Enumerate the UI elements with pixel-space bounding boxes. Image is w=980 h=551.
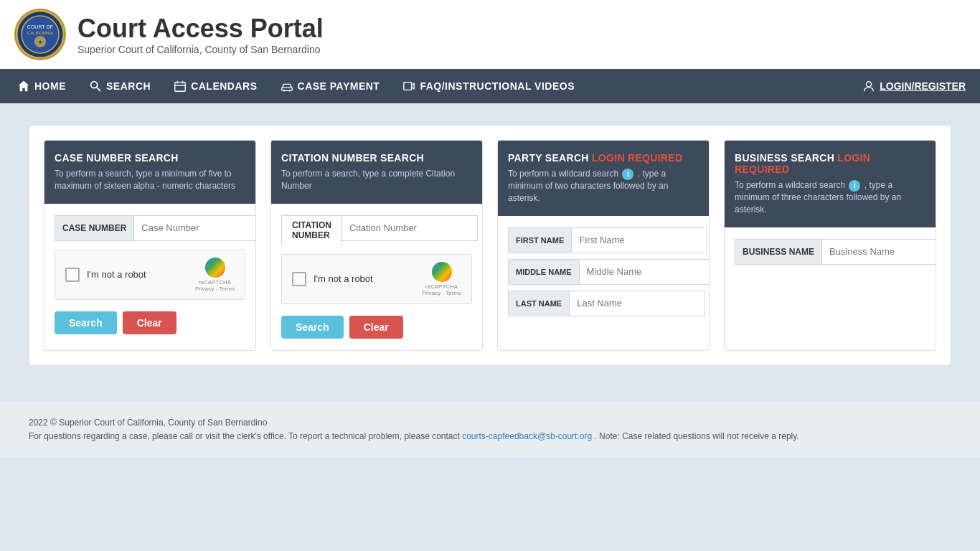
case-number-search-button[interactable]: Search: [55, 311, 117, 334]
svg-point-14: [288, 90, 291, 92]
party-search-panel: PARTY SEARCH LOGIN REQUIRED To perform a…: [497, 140, 710, 351]
last-name-input[interactable]: [570, 291, 705, 316]
app-subtitle: Superior Court of California, County of …: [77, 44, 324, 55]
first-name-row: FIRST NAME: [508, 227, 699, 253]
middle-name-input[interactable]: [580, 259, 710, 285]
party-search-title: PARTY SEARCH LOGIN REQUIRED: [508, 152, 699, 164]
footer-contact: For questions regarding a case, please c…: [29, 430, 951, 443]
svg-rect-8: [175, 83, 185, 92]
calendar-icon: [174, 80, 187, 93]
svg-line-7: [97, 88, 100, 91]
svg-text:COURT OF: COURT OF: [27, 24, 53, 29]
captcha-logo-citation: reCAPTCHA Privacy - Terms: [422, 262, 461, 296]
party-search-body: FIRST NAME MIDDLE NAME LAST NAME: [498, 216, 709, 334]
app-title: Court Access Portal: [77, 14, 324, 44]
business-info-icon: i: [849, 180, 860, 192]
citation-number-body: CITATION NUMBER I'm not a robot reCAPTCH…: [271, 204, 482, 350]
business-name-input[interactable]: [822, 239, 936, 265]
footer-email-link[interactable]: courts-capfeedback@sb-court.org: [462, 431, 592, 441]
last-name-label: LAST NAME: [508, 291, 570, 316]
header: COURT OF CALIFORNIA ★ Court Access Porta…: [0, 0, 980, 69]
search-container: CASE NUMBER SEARCH To perform a search, …: [29, 125, 951, 366]
last-name-row: LAST NAME: [508, 291, 699, 316]
captcha-logo-case: reCAPTCHA Privacy - Terms: [195, 258, 235, 292]
svg-text:CALIFORNIA: CALIFORNIA: [27, 31, 53, 35]
citation-number-description: To perform a search, type a complete Cit…: [281, 168, 472, 192]
citation-tab-row: CITATION NUMBER: [281, 215, 472, 245]
recaptcha-icon: [205, 258, 225, 278]
svg-text:★: ★: [38, 39, 42, 44]
business-name-label: BUSINESS NAME: [735, 239, 822, 265]
case-number-label: CASE NUMBER: [55, 215, 134, 241]
captcha-label-citation: I'm not a robot: [314, 273, 415, 284]
captcha-box-citation: I'm not a robot reCAPTCHA Privacy - Term…: [281, 254, 472, 304]
case-number-description: To perform a search, type a minimum of f…: [55, 168, 245, 192]
business-search-body: BUSINESS NAME: [725, 227, 936, 285]
first-name-label: FIRST NAME: [508, 227, 572, 253]
nav-calendars[interactable]: CALENDARS: [164, 69, 267, 103]
nav-search[interactable]: SEARCH: [79, 69, 161, 103]
case-number-panel: CASE NUMBER SEARCH To perform a search, …: [44, 140, 256, 351]
nav-right: LOGIN/REGISTER: [855, 80, 973, 93]
citation-number-input[interactable]: [342, 215, 478, 241]
captcha-sub: reCAPTCHA: [199, 279, 231, 286]
citation-btn-row: Search Clear: [281, 316, 472, 339]
nav-case-payment[interactable]: CASE PAYMENT: [270, 69, 390, 103]
business-search-panel: BUSINESS SEARCH LOGIN REQUIRED To perfor…: [724, 140, 936, 351]
footer-copyright: 2022 © Superior Court of California, Cou…: [29, 416, 951, 430]
captcha-checkbox-case[interactable]: [65, 268, 80, 282]
nav-login[interactable]: LOGIN/REGISTER: [855, 80, 973, 93]
captcha-privacy-citation: Privacy - Terms: [422, 290, 461, 296]
navbar: HOME SEARCH CALENDARS CASE PAYMENT FAQ/I…: [0, 69, 980, 103]
citation-clear-button[interactable]: Clear: [349, 316, 403, 339]
captcha-checkbox-citation[interactable]: [292, 272, 306, 286]
business-name-input-row: BUSINESS NAME: [735, 239, 925, 265]
captcha-sub-citation: reCAPTCHA: [425, 283, 458, 290]
case-number-body: CASE NUMBER I'm not a robot reCAPTCHA Pr…: [44, 204, 255, 346]
recaptcha-icon-citation: [432, 262, 452, 282]
svg-point-6: [91, 82, 98, 88]
captcha-privacy: Privacy - Terms: [195, 286, 235, 292]
svg-point-16: [867, 82, 872, 87]
citation-number-title: CITATION NUMBER SEARCH: [281, 152, 472, 164]
first-name-input[interactable]: [572, 227, 707, 253]
case-number-clear-button[interactable]: Clear: [123, 311, 176, 334]
captcha-label-case: I'm not a robot: [87, 269, 188, 280]
middle-name-row: MIDDLE NAME: [508, 259, 699, 285]
citation-search-button[interactable]: Search: [281, 316, 344, 339]
business-search-description: To perform a wildcard search i , type a …: [735, 179, 925, 216]
party-login-required: LOGIN REQUIRED: [592, 152, 682, 164]
search-icon: [89, 80, 102, 93]
party-search-header: PARTY SEARCH LOGIN REQUIRED To perform a…: [498, 141, 709, 216]
svg-point-13: [283, 90, 286, 92]
court-logo: COURT OF CALIFORNIA ★: [14, 9, 66, 60]
case-number-title: CASE NUMBER SEARCH: [55, 152, 245, 164]
video-icon: [402, 80, 415, 93]
nav-items: HOME SEARCH CALENDARS CASE PAYMENT FAQ/I…: [7, 69, 855, 103]
case-number-input[interactable]: [134, 215, 256, 241]
case-number-input-row: CASE NUMBER: [55, 215, 245, 241]
main-content: CASE NUMBER SEARCH To perform a search, …: [0, 103, 980, 387]
nav-home[interactable]: HOME: [7, 69, 76, 103]
svg-rect-15: [404, 83, 412, 90]
business-search-title: BUSINESS SEARCH LOGIN REQUIRED: [735, 152, 925, 175]
svg-rect-12: [281, 88, 291, 91]
citation-number-panel: CITATION NUMBER SEARCH To perform a sear…: [270, 140, 483, 351]
header-title-block: Court Access Portal Superior Court of Ca…: [77, 14, 324, 55]
case-number-btn-row: Search Clear: [55, 311, 245, 334]
party-search-description: To perform a wildcard search i , type a …: [508, 168, 699, 204]
nav-faq[interactable]: FAQ/INSTRUCTIONAL VIDEOS: [392, 69, 585, 103]
citation-tab[interactable]: CITATION NUMBER: [281, 215, 342, 245]
citation-number-header: CITATION NUMBER SEARCH To perform a sear…: [271, 141, 482, 204]
car-icon: [281, 80, 293, 93]
home-icon: [17, 80, 30, 93]
party-info-icon: i: [622, 169, 633, 180]
business-search-header: BUSINESS SEARCH LOGIN REQUIRED To perfor…: [725, 141, 936, 227]
case-number-header: CASE NUMBER SEARCH To perform a search, …: [44, 141, 255, 204]
user-icon: [862, 80, 875, 93]
middle-name-label: MIDDLE NAME: [508, 259, 580, 285]
footer: 2022 © Superior Court of California, Cou…: [0, 402, 980, 458]
captcha-box-case: I'm not a robot reCAPTCHA Privacy - Term…: [55, 250, 245, 300]
